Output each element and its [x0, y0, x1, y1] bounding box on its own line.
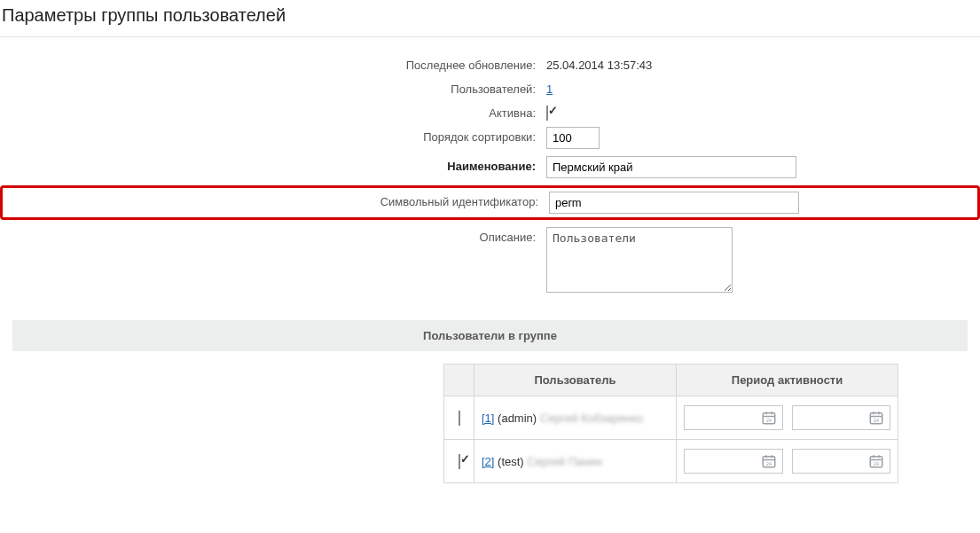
- period-from-input[interactable]: 24: [684, 405, 783, 430]
- page-title: Параметры группы пользователей: [0, 0, 980, 37]
- user-id-link[interactable]: [2]: [482, 455, 494, 468]
- identifier-input[interactable]: [549, 192, 799, 214]
- col-header-check: [444, 364, 474, 396]
- calendar-icon: 24: [868, 410, 884, 426]
- user-id-link[interactable]: [1]: [482, 412, 494, 425]
- active-checkbox[interactable]: [546, 106, 548, 121]
- description-textarea[interactable]: [546, 227, 733, 293]
- period-cell: 2424: [677, 440, 898, 483]
- users-count-link[interactable]: 1: [546, 82, 553, 96]
- row-checkbox[interactable]: [459, 411, 460, 426]
- label-description: Описание:: [0, 227, 541, 244]
- user-cell: [2] (test) Сергей Панин: [474, 440, 677, 483]
- table-row: [2] (test) Сергей Панин2424: [444, 440, 898, 483]
- form-area: Последнее обновление: 25.04.2014 13:57:4…: [0, 37, 980, 311]
- period-to-input[interactable]: 24: [792, 405, 891, 430]
- label-last-update: Последнее обновление:: [0, 55, 541, 72]
- members-heading: Пользователи в группе: [12, 320, 968, 351]
- name-input[interactable]: [546, 156, 796, 178]
- value-last-update: 25.04.2014 13:57:43: [541, 55, 949, 72]
- label-sort-order: Порядок сортировки:: [0, 127, 541, 144]
- label-active: Активна:: [0, 103, 541, 120]
- user-login: (test): [494, 455, 527, 468]
- sort-order-input[interactable]: [546, 127, 600, 149]
- calendar-icon: 24: [868, 453, 884, 469]
- period-from-input[interactable]: 24: [684, 449, 783, 474]
- table-row: [1] (admin) Сергей Кобзаренко2424: [444, 396, 898, 440]
- label-name: Наименование:: [0, 156, 541, 173]
- user-cell: [1] (admin) Сергей Кобзаренко: [474, 396, 677, 440]
- user-name: Сергей Панин: [527, 455, 602, 468]
- members-table: Пользователь Период активности [1] (admi…: [443, 364, 898, 483]
- label-identifier: Символьный идентификатор:: [3, 192, 544, 208]
- col-header-period: Период активности: [677, 364, 898, 396]
- calendar-icon: 24: [761, 410, 777, 426]
- col-header-user: Пользователь: [474, 364, 677, 396]
- svg-text:24: 24: [766, 418, 772, 423]
- svg-text:24: 24: [874, 418, 879, 423]
- svg-text:24: 24: [766, 461, 772, 466]
- period-to-input[interactable]: 24: [792, 449, 891, 474]
- highlight-ident: Символьный идентификатор:: [0, 185, 980, 220]
- user-login: (admin): [494, 412, 539, 425]
- row-checkbox[interactable]: [459, 454, 460, 469]
- svg-text:24: 24: [874, 461, 879, 466]
- label-users-count: Пользователей:: [0, 79, 541, 96]
- user-name: Сергей Кобзаренко: [540, 412, 643, 425]
- period-cell: 2424: [677, 396, 898, 440]
- calendar-icon: 24: [761, 453, 777, 469]
